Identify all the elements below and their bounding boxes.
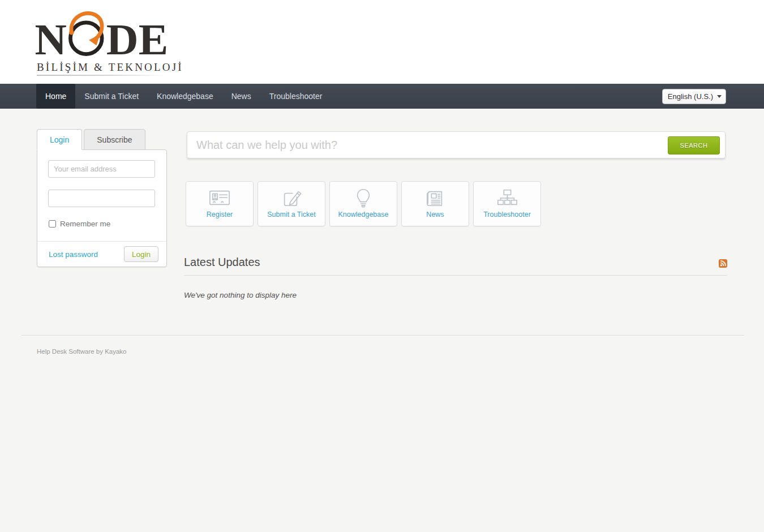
nav-item-home[interactable]: Home	[36, 84, 75, 109]
card-knowledgebase[interactable]: Knowledgebase	[329, 181, 397, 226]
logo-swoosh-dot	[69, 30, 74, 35]
password-field[interactable]	[48, 190, 155, 207]
footer-divider	[22, 335, 744, 336]
logo-letter-n: N	[36, 15, 67, 62]
search-box: SEARCH	[187, 131, 726, 158]
id-card-icon	[207, 187, 233, 209]
logo-arrowhead-icon	[89, 35, 100, 45]
remember-me-row: Remember me	[49, 220, 110, 228]
brand-logo[interactable]: N DE BİLİŞİM & TEKNOLOJİ	[36, 8, 171, 77]
main-navbar: Home Submit a Ticket Knowledgebase News …	[0, 84, 764, 109]
language-select[interactable]: English (U.S.)	[662, 89, 726, 104]
nav-items: Home Submit a Ticket Knowledgebase News …	[36, 84, 331, 109]
card-label: Register	[207, 211, 233, 218]
logo-wordmark-icon: N DE	[36, 8, 171, 62]
quick-link-cards: Register Submit a Ticket Knowledgeba	[186, 181, 541, 226]
search-button[interactable]: SEARCH	[668, 136, 720, 155]
nav-item-troubleshooter[interactable]: Troubleshooter	[260, 84, 332, 109]
nav-item-news[interactable]: News	[222, 84, 260, 109]
logo-letters-de: DE	[106, 15, 168, 62]
sitemap-icon	[494, 187, 520, 209]
card-label: Knowledgebase	[338, 211, 389, 218]
card-label: Troubleshooter	[483, 211, 531, 218]
newspaper-icon	[422, 187, 448, 209]
nav-item-submit-a-ticket[interactable]: Submit a Ticket	[75, 84, 148, 109]
section-title: Latest Updates	[184, 256, 727, 269]
login-panel-footer: Lost password Login	[37, 241, 166, 267]
card-label: Submit a Ticket	[267, 211, 315, 218]
logo-tagline: BİLİŞİM & TEKNOLOJİ	[37, 61, 183, 74]
pencil-square-icon	[278, 187, 304, 209]
remember-me-label[interactable]: Remember me	[60, 220, 110, 228]
card-troubleshooter[interactable]: Troubleshooter	[473, 181, 541, 226]
logo-underline	[37, 75, 166, 76]
rss-icon[interactable]	[719, 259, 727, 268]
nav-item-knowledgebase[interactable]: Knowledgebase	[148, 84, 222, 109]
header: N DE BİLİŞİM & TEKNOLOJİ	[0, 0, 764, 84]
search-input[interactable]	[187, 132, 663, 158]
login-panel: Remember me Lost password Login	[37, 149, 167, 267]
footer-credit: Help Desk Software by Kayako	[37, 348, 127, 355]
page: N DE BİLİŞİM & TEKNOLOJİ Home Submit a T…	[0, 0, 764, 532]
login-button[interactable]: Login	[124, 246, 158, 262]
tab-subscribe[interactable]: Subscribe	[84, 129, 145, 150]
chevron-down-icon	[717, 95, 722, 98]
card-submit-a-ticket[interactable]: Submit a Ticket	[257, 181, 325, 226]
lost-password-link[interactable]: Lost password	[49, 250, 98, 259]
tab-login[interactable]: Login	[37, 129, 82, 150]
card-news[interactable]: News	[401, 181, 469, 226]
login-tabs: Login Subscribe	[37, 129, 147, 150]
lightbulb-icon	[350, 187, 376, 209]
card-register[interactable]: Register	[186, 181, 254, 226]
empty-state-message: We've got nothing to display here	[184, 291, 297, 299]
card-label: News	[426, 211, 444, 218]
language-select-value: English (U.S.)	[668, 92, 713, 101]
email-field[interactable]	[48, 160, 155, 178]
remember-me-checkbox[interactable]	[49, 220, 56, 228]
latest-updates-header: Latest Updates	[184, 256, 727, 276]
